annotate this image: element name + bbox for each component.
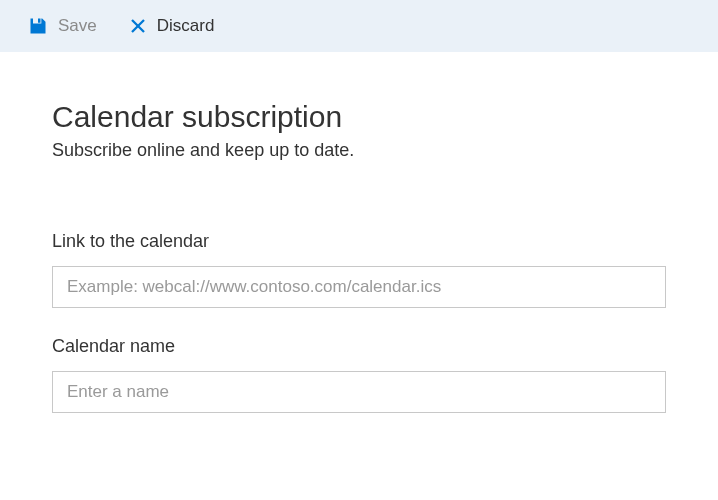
field-link: Link to the calendar	[52, 231, 666, 308]
name-label: Calendar name	[52, 336, 666, 357]
page-subtitle: Subscribe online and keep up to date.	[52, 140, 666, 161]
toolbar: Save Discard	[0, 0, 718, 52]
content: Calendar subscription Subscribe online a…	[0, 52, 718, 413]
link-input[interactable]	[52, 266, 666, 308]
discard-label: Discard	[157, 16, 215, 36]
field-name: Calendar name	[52, 336, 666, 413]
page-title: Calendar subscription	[52, 100, 666, 134]
save-icon	[28, 16, 48, 36]
close-icon	[129, 17, 147, 35]
save-button[interactable]: Save	[28, 16, 97, 36]
link-label: Link to the calendar	[52, 231, 666, 252]
name-input[interactable]	[52, 371, 666, 413]
save-label: Save	[58, 16, 97, 36]
discard-button[interactable]: Discard	[129, 16, 215, 36]
